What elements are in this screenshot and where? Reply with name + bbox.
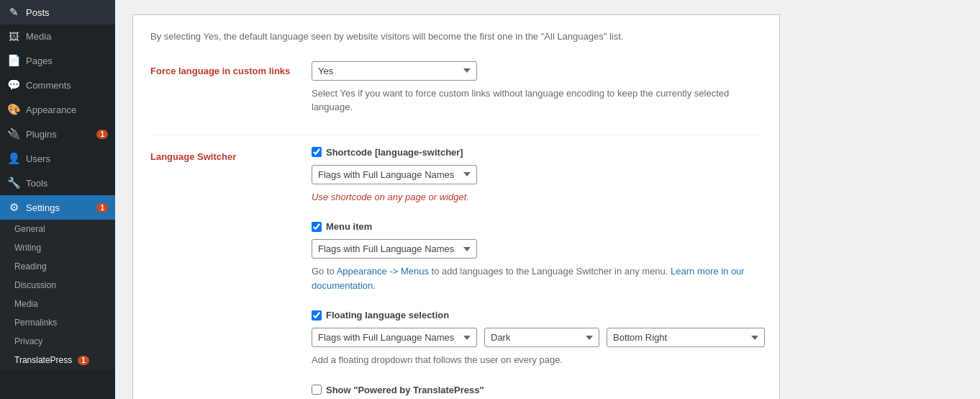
submenu-item-media[interactable]: Media [0,295,115,313]
submenu-label-discussion: Discussion [14,280,56,290]
menu-item-select[interactable]: Flags with Full Language Names Flags wit… [312,239,477,259]
submenu-item-writing[interactable]: Writing [0,238,115,257]
menu-item-row: Menu item [312,221,765,232]
settings-submenu: GeneralWritingReadingDiscussionMediaPerm… [0,220,115,369]
sidebar-label-settings: Settings [26,202,91,213]
top-description: By selecting Yes, the default language s… [150,30,762,44]
submenu-label-translatepress: TranslatePress [14,355,72,365]
language-switcher-controls: Shortcode [language-switcher] Flags with… [312,147,765,400]
sidebar-label-users: Users [26,153,108,164]
submenu-label-privacy: Privacy [14,336,42,346]
main-content: By selecting Yes, the default language s… [115,0,980,399]
users-icon: 👤 [7,152,20,165]
appearance-icon: 🎨 [7,103,20,116]
sidebar-item-users[interactable]: 👤Users [0,146,115,171]
submenu-item-translatepress[interactable]: TranslatePress1 [0,351,115,369]
force-language-select[interactable]: Yes No [312,61,477,81]
floating-style-select[interactable]: Flags with Full Language Names Flags wit… [312,328,477,347]
floating-checkbox[interactable] [312,310,322,320]
floating-position-select[interactable]: Bottom Right Bottom Left Top Right Top L… [607,328,765,347]
submenu-label-general: General [14,224,45,234]
shortcode-label[interactable]: Shortcode [language-switcher] [326,147,463,158]
media-icon: 🖼 [7,30,20,42]
settings-icon: ⚙ [7,201,20,214]
submenu-item-discussion[interactable]: Discussion [0,276,115,295]
submenu-label-reading: Reading [14,261,47,272]
shortcode-hint: Use shortcode on any page or widget. [312,190,765,205]
floating-selects-row: Flags with Full Language Names Flags wit… [312,328,765,347]
sidebar-label-tools: Tools [26,178,108,189]
menu-item-label[interactable]: Menu item [326,221,372,232]
submenu-label-media: Media [14,299,38,309]
posts-icon: ✎ [7,6,20,19]
pages-icon: 📄 [7,54,20,67]
floating-description: Add a floating dropdown that follows the… [312,353,765,367]
shortcode-select[interactable]: Flags with Full Language Names Flags wit… [312,165,477,184]
language-switcher-label: Language Switcher [150,147,294,162]
floating-label[interactable]: Floating language selection [326,310,449,320]
menu-item-description: Go to Appearance -> Menus to add languag… [312,264,765,292]
floating-row: Floating language selection [312,310,765,320]
sidebar-item-tools[interactable]: 🔧Tools [0,171,115,195]
force-language-label: Force language in custom links [150,61,294,76]
sidebar-label-appearance: Appearance [26,104,108,115]
submenu-item-permalinks[interactable]: Permalinks [0,313,115,332]
submenu-item-general[interactable]: General [0,220,115,238]
sidebar-label-comments: Comments [26,80,108,91]
sidebar-item-posts[interactable]: ✎Posts [0,0,115,24]
badge-plugins: 1 [96,130,108,139]
sidebar-label-media: Media [26,31,108,42]
sidebar-label-plugins: Plugins [26,129,91,140]
force-language-description: Select Yes if you want to force custom l… [312,86,762,115]
submenu-label-writing: Writing [14,243,41,253]
submenu-item-reading[interactable]: Reading [0,257,115,276]
appearance-menus-link[interactable]: Appearance -> Menus [337,266,429,277]
badge-settings: 1 [96,203,108,212]
menu-item-desc-middle: to add languages to the Language Switche… [429,266,671,277]
submenu-label-permalinks: Permalinks [14,318,57,328]
powered-label[interactable]: Show "Powered by TranslatePress" [326,385,484,395]
menu-item-desc-before: Go to [312,266,337,277]
shortcode-row: Shortcode [language-switcher] [312,147,765,158]
content-card: By selecting Yes, the default language s… [132,14,780,399]
powered-row: Show "Powered by TranslatePress" [312,385,765,395]
sidebar-item-comments[interactable]: 💬Comments [0,73,115,97]
sidebar-item-plugins[interactable]: 🔌Plugins1 [0,122,115,146]
plugins-icon: 🔌 [7,127,20,140]
sidebar-item-appearance[interactable]: 🎨Appearance [0,97,115,122]
floating-theme-select[interactable]: Dark Light [484,328,599,347]
tools-icon: 🔧 [7,176,20,189]
language-switcher-section: Language Switcher Shortcode [language-sw… [150,147,762,400]
sidebar-label-posts: Posts [26,7,108,18]
sidebar-item-pages[interactable]: 📄Pages [0,48,115,73]
powered-checkbox[interactable] [312,385,322,395]
shortcode-checkbox[interactable] [312,147,322,157]
menu-item-checkbox[interactable] [312,222,322,232]
comments-icon: 💬 [7,79,20,91]
badge-translatepress: 1 [78,356,89,365]
sidebar: ✎Posts🖼Media📄Pages💬Comments🎨Appearance🔌P… [0,0,115,399]
submenu-item-privacy[interactable]: Privacy [0,332,115,351]
sidebar-item-media[interactable]: 🖼Media [0,24,115,48]
force-language-controls: Yes No Select Yes if you want to force c… [312,61,762,120]
sidebar-item-settings[interactable]: ⚙Settings1 [0,195,115,220]
force-language-section: Force language in custom links Yes No Se… [150,61,762,120]
sidebar-label-pages: Pages [26,55,108,66]
